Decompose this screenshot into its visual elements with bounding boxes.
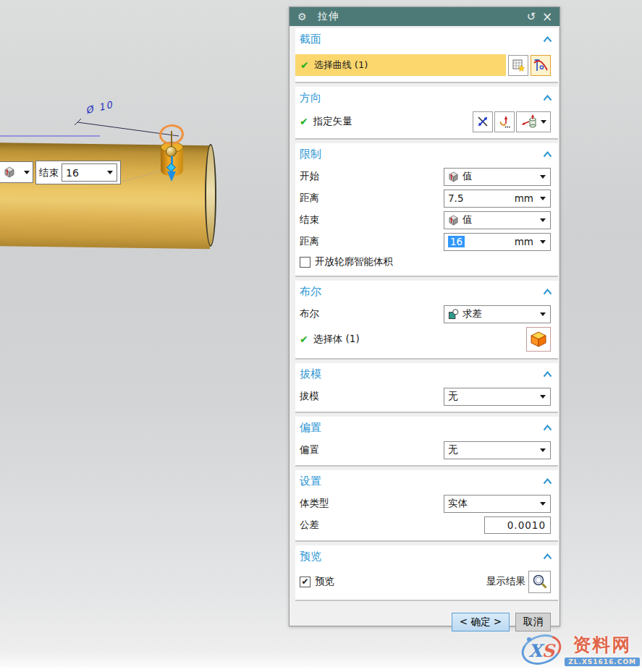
limits-panel: 限制 开始 值 距离 bbox=[295, 143, 558, 277]
limit-type-dropdown[interactable] bbox=[0, 161, 33, 183]
tolerance-label: 公差 bbox=[300, 519, 319, 532]
gear-icon: ⚙ bbox=[297, 11, 307, 22]
watermark-site-name: 资料网 bbox=[573, 633, 632, 657]
select-curve-field[interactable]: ✔ 选择曲线 (1) bbox=[295, 54, 506, 76]
extrude-dialog: ⚙ 拉伸 ↺ × 截面 ✔ 选择曲线 (1) bbox=[289, 7, 560, 626]
draft-header[interactable]: 拔模 bbox=[300, 367, 321, 381]
collapse-chevron-icon[interactable] bbox=[543, 151, 552, 158]
dropdown-caret-icon bbox=[540, 502, 546, 506]
boolean-header[interactable]: 布尔 bbox=[300, 285, 321, 299]
end-distance-value-selected[interactable]: 16 bbox=[448, 236, 465, 247]
reverse-vector-button[interactable] bbox=[473, 111, 493, 132]
dropdown-caret-icon bbox=[540, 197, 546, 200]
value-cube-icon bbox=[448, 215, 459, 226]
start-distance-value[interactable]: 7.5 bbox=[448, 192, 511, 204]
body-type-dropdown[interactable]: 实体 bbox=[444, 495, 551, 513]
boolean-panel: 布尔 布尔 求差 ✔ 选择体 (1) bbox=[295, 281, 558, 360]
direction-header[interactable]: 方向 bbox=[300, 91, 321, 105]
end-type-dropdown[interactable]: 值 bbox=[444, 211, 551, 229]
dropdown-caret-icon bbox=[541, 120, 546, 124]
check-icon: ✔ bbox=[300, 59, 309, 71]
select-body-label: 选择体 (1) bbox=[313, 333, 360, 346]
preview-header[interactable]: 预览 bbox=[300, 550, 321, 563]
dialog-title: 拉伸 bbox=[318, 10, 339, 23]
end-limit-label: 结束 bbox=[300, 213, 319, 226]
tolerance-input[interactable]: 0.0010 bbox=[484, 516, 551, 534]
preview-panel: 预览 ✔ 预览 显示结果 bbox=[295, 545, 558, 601]
preview-label: 预览 bbox=[315, 575, 334, 588]
offset-panel: 偏置 偏置 无 bbox=[295, 417, 558, 467]
end-distance-combo[interactable]: 16 bbox=[62, 163, 117, 182]
settings-header[interactable]: 设置 bbox=[300, 475, 321, 488]
draft-label: 拔模 bbox=[300, 390, 319, 403]
section-header[interactable]: 截面 bbox=[300, 33, 321, 46]
collapse-chevron-icon[interactable] bbox=[543, 95, 552, 101]
start-distance-input[interactable]: 7.5 mm bbox=[444, 190, 551, 208]
collapse-chevron-icon[interactable] bbox=[543, 289, 552, 295]
show-result-label: 显示结果 bbox=[486, 575, 525, 588]
boolean-dropdown[interactable]: 求差 bbox=[444, 305, 551, 323]
collapse-chevron-icon[interactable] bbox=[543, 371, 552, 378]
start-type-value: 值 bbox=[463, 170, 536, 183]
show-result-button[interactable] bbox=[528, 571, 551, 593]
watermark-logo: XS 资料网 ZL.XS1616.COM bbox=[521, 633, 640, 666]
value-cube-icon bbox=[4, 166, 15, 178]
offset-value: 无 bbox=[448, 443, 536, 456]
start-label: 开始 bbox=[300, 170, 319, 183]
select-body-button[interactable] bbox=[526, 327, 551, 352]
end-label: 结束 bbox=[39, 166, 59, 179]
dropdown-caret-icon bbox=[540, 218, 546, 222]
dropdown-caret-icon bbox=[540, 240, 546, 244]
curve-button[interactable] bbox=[531, 55, 551, 76]
diameter-dimension[interactable]: Ø 10 bbox=[85, 99, 114, 116]
reset-button[interactable]: ↺ bbox=[523, 10, 539, 23]
end-type-value: 值 bbox=[463, 213, 536, 226]
curve-icon bbox=[533, 57, 549, 73]
collapse-chevron-icon[interactable] bbox=[543, 425, 552, 431]
check-icon: ✔ bbox=[300, 116, 308, 127]
dialog-titlebar[interactable]: ⚙ 拉伸 ↺ × bbox=[290, 7, 559, 26]
boolean-label: 布尔 bbox=[300, 307, 319, 320]
end-distance-label: 距离 bbox=[300, 235, 319, 248]
tolerance-value[interactable]: 0.0010 bbox=[507, 519, 546, 531]
dropdown-caret-icon bbox=[24, 171, 30, 174]
limits-header[interactable]: 限制 bbox=[300, 148, 321, 161]
end-distance-unit[interactable]: mm bbox=[515, 236, 533, 247]
dialog-content: 截面 ✔ 选择曲线 (1) bbox=[290, 26, 559, 631]
direction-panel: 方向 ✔ 指定矢量 bbox=[295, 87, 558, 140]
dropdown-caret-icon[interactable] bbox=[107, 171, 113, 174]
dropdown-caret-icon bbox=[540, 448, 546, 452]
body-type-label: 体类型 bbox=[300, 497, 329, 510]
vector-dialog-button[interactable] bbox=[494, 111, 515, 132]
drag-handle-sphere[interactable] bbox=[166, 146, 177, 157]
cylinder-end-cap[interactable] bbox=[205, 144, 216, 247]
start-distance-label: 距离 bbox=[300, 192, 319, 205]
select-curve-label: 选择曲线 (1) bbox=[314, 59, 368, 72]
end-distance-field: 结束 16 bbox=[35, 161, 121, 184]
draft-dropdown[interactable]: 无 bbox=[444, 388, 551, 406]
cancel-button[interactable]: 取消 bbox=[515, 613, 551, 631]
start-distance-unit[interactable]: mm bbox=[515, 192, 533, 204]
close-button[interactable]: × bbox=[539, 9, 555, 24]
offset-header[interactable]: 偏置 bbox=[300, 421, 321, 435]
vector-type-dropdown[interactable] bbox=[516, 111, 551, 132]
end-distance-input[interactable]: 16 mm bbox=[444, 233, 551, 251]
direction-arrow-icon[interactable] bbox=[167, 171, 176, 182]
start-type-dropdown[interactable]: 值 bbox=[444, 168, 551, 186]
collapse-chevron-icon[interactable] bbox=[543, 36, 552, 43]
settings-panel: 设置 体类型 实体 公差 0.0010 bbox=[295, 470, 558, 542]
open-profile-checkbox[interactable] bbox=[300, 257, 311, 268]
offset-dropdown[interactable]: 无 bbox=[444, 441, 551, 459]
boolean-value: 求差 bbox=[463, 307, 536, 320]
xs-logo-icon: XS bbox=[521, 635, 562, 664]
check-icon: ✔ bbox=[300, 333, 308, 345]
collapse-chevron-icon[interactable] bbox=[543, 478, 552, 485]
preview-checkbox[interactable]: ✔ bbox=[300, 577, 311, 587]
collapse-chevron-icon[interactable] bbox=[543, 553, 552, 560]
end-distance-value[interactable]: 16 bbox=[66, 167, 107, 179]
ok-button[interactable]: < 确定 > bbox=[452, 613, 510, 631]
sketch-section-icon bbox=[512, 59, 525, 72]
open-profile-label: 开放轮廓智能体积 bbox=[315, 255, 393, 268]
sketch-section-button[interactable] bbox=[508, 55, 528, 76]
dialog-footer: < 确定 > 取消 bbox=[295, 605, 558, 631]
